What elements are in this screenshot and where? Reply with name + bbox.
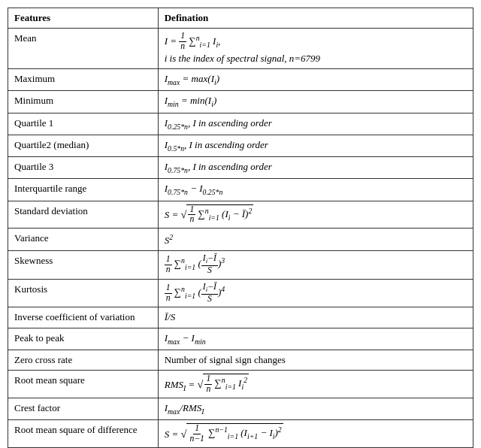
table-row: VarianceS2	[8, 229, 473, 251]
table-row: Standard deviationS = √1n ∑ni=1 (Ii − Ī)…	[8, 201, 473, 229]
table-row: Zero cross rateNumber of signal sign cha…	[8, 350, 473, 370]
feature-cell: Minimum	[8, 91, 159, 113]
table-row: Peak to peakImax − Imin	[8, 328, 473, 350]
feature-cell: Crest factor	[8, 398, 159, 419]
feature-cell: Peak to peak	[8, 328, 159, 350]
definition-cell: S = √1n ∑ni=1 (Ii − Ī)2	[158, 201, 473, 229]
table-row: Quartile 1I0.25*n, I in ascending order	[8, 113, 473, 135]
feature-cell: Interquartile range	[8, 179, 159, 201]
definition-cell: Imin = min(Ii)	[158, 91, 473, 113]
definition-cell: Imax/RMSI	[158, 398, 473, 419]
feature-cell: Kurtosis	[8, 279, 159, 307]
feature-cell: Skewness	[8, 250, 159, 279]
feature-cell: Maximum	[8, 69, 159, 91]
definition-cell: Number of signal sign changes	[158, 350, 473, 370]
col-header-features: Features	[8, 8, 159, 29]
feature-cell: Standard deviation	[8, 201, 159, 229]
feature-cell: Quartile2 (median)	[8, 135, 159, 156]
definition-cell: 1n ∑ni=1 (Ii−ĪS)4	[158, 279, 473, 307]
feature-cell: Quartile 3	[8, 157, 159, 179]
table-row: MeanI = 1n ∑ni=1 Ii,i is the index of sp…	[8, 29, 473, 69]
table-row: Root mean squareRMSI = √1n ∑ni=1 Ii2	[8, 371, 473, 398]
definition-cell: I0.25*n, I in ascending order	[158, 113, 473, 135]
table-row: MaximumImax = max(Ii)	[8, 69, 473, 91]
definition-cell: I = 1n ∑ni=1 Ii,i is the index of spectr…	[158, 29, 473, 69]
definition-cell: 1n ∑ni=1 (Ii−ĪS)3	[158, 250, 473, 279]
table-row: Quartile2 (median)I0.5*n, I in ascending…	[8, 135, 473, 156]
definition-cell: S = √1n−1 ∑n−1i=1 (Ii+1 − Ii)2	[158, 419, 473, 447]
table-row: Crest factorImax/RMSI	[8, 398, 473, 419]
definition-cell: Imax = max(Ii)	[158, 69, 473, 91]
table-row: Interquartile rangeI0.75*n − I0.25*n	[8, 179, 473, 201]
table-row: Inverse coefficient of variationĪ/S	[8, 307, 473, 328]
definition-cell: Imax − Imin	[158, 328, 473, 350]
feature-cell: Inverse coefficient of variation	[8, 307, 159, 328]
feature-cell: Quartile 1	[8, 113, 159, 135]
feature-cell: Root mean square	[8, 371, 159, 398]
table-row: Kurtosis1n ∑ni=1 (Ii−ĪS)4	[8, 279, 473, 307]
feature-cell: Mean	[8, 29, 159, 69]
table-row: Quartile 3I0.75*n, I in ascending order	[8, 157, 473, 179]
table-row: MinimumImin = min(Ii)	[8, 91, 473, 113]
table-row: Skewness1n ∑ni=1 (Ii−ĪS)3	[8, 250, 473, 279]
definition-cell: Ī/S	[158, 307, 473, 328]
definition-cell: S2	[158, 229, 473, 251]
definition-cell: I0.75*n, I in ascending order	[158, 157, 473, 179]
definition-cell: I0.75*n − I0.25*n	[158, 179, 473, 201]
feature-cell: Root mean square of difference	[8, 419, 159, 447]
feature-cell: Variance	[8, 229, 159, 251]
features-table: Features Defination MeanI = 1n ∑ni=1 Ii,…	[8, 8, 473, 448]
definition-cell: I0.5*n, I in ascending order	[158, 135, 473, 156]
definition-cell: RMSI = √1n ∑ni=1 Ii2	[158, 371, 473, 398]
col-header-definition: Defination	[158, 8, 473, 29]
feature-cell: Zero cross rate	[8, 350, 159, 370]
table-row: Root mean square of differenceS = √1n−1 …	[8, 419, 473, 447]
